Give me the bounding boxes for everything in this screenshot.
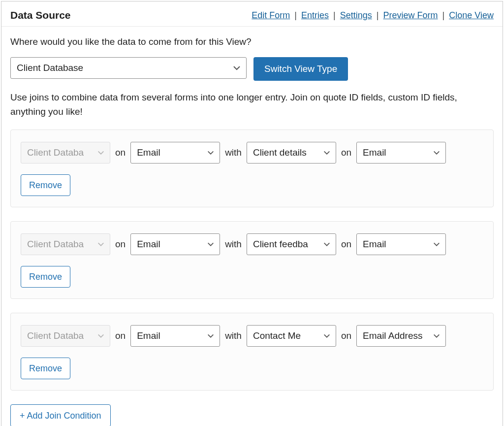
join-right-form-select[interactable]: Contact Me bbox=[247, 325, 336, 347]
chevron-down-icon bbox=[323, 149, 331, 157]
chevron-down-icon bbox=[323, 332, 331, 340]
edit-form-link[interactable]: Edit Form bbox=[252, 10, 290, 20]
separator: | bbox=[377, 10, 379, 20]
chevron-down-icon bbox=[433, 240, 441, 248]
chevron-down-icon bbox=[97, 332, 105, 340]
join-condition-block: Client Databa on Email with Client detai… bbox=[10, 130, 494, 207]
chevron-down-icon bbox=[97, 240, 105, 248]
join-left-field-select[interactable]: Email bbox=[130, 325, 220, 347]
join-left-form-select: Client Databa bbox=[21, 233, 110, 255]
data-source-select[interactable]: Client Database bbox=[10, 57, 247, 79]
join-condition-row: Client Databa on Email with Client detai… bbox=[21, 142, 483, 164]
add-join-condition-button[interactable]: + Add Join Condition bbox=[10, 404, 111, 426]
join-right-field-select[interactable]: Email bbox=[356, 142, 446, 164]
data-source-row: Client Database Switch View Type bbox=[10, 57, 494, 81]
chevron-down-icon bbox=[207, 149, 215, 157]
join-right-form-select[interactable]: Client details bbox=[247, 142, 336, 164]
on-label: on bbox=[115, 147, 126, 158]
join-right-field-select[interactable]: Email Address bbox=[356, 325, 446, 347]
chevron-down-icon bbox=[232, 64, 241, 72]
on-label: on bbox=[341, 147, 351, 158]
with-label: with bbox=[225, 147, 242, 158]
panel-header: Data Source Edit Form | Entries | Settin… bbox=[1, 1, 503, 27]
with-label: with bbox=[225, 239, 242, 250]
join-condition-block: Client Databa on Email with Client feedb… bbox=[10, 221, 494, 299]
join-condition-row: Client Databa on Email with Client feedb… bbox=[21, 233, 483, 255]
panel-title: Data Source bbox=[10, 9, 71, 21]
chevron-down-icon bbox=[433, 332, 441, 340]
remove-join-button[interactable]: Remove bbox=[21, 266, 70, 288]
separator: | bbox=[333, 10, 336, 20]
chevron-down-icon bbox=[207, 332, 215, 340]
remove-join-button[interactable]: Remove bbox=[21, 174, 70, 196]
separator: | bbox=[294, 10, 297, 20]
join-right-field-select[interactable]: Email bbox=[356, 233, 446, 255]
settings-link[interactable]: Settings bbox=[340, 10, 372, 20]
join-right-form-select[interactable]: Client feedba bbox=[247, 233, 336, 255]
chevron-down-icon bbox=[97, 149, 105, 157]
on-label: on bbox=[115, 239, 126, 250]
preview-form-link[interactable]: Preview Form bbox=[383, 10, 438, 20]
with-label: with bbox=[225, 330, 242, 341]
join-condition-block: Client Databa on Email with Contact Me bbox=[10, 313, 494, 391]
panel-body: Where would you like the data to come fr… bbox=[1, 27, 503, 426]
entries-link[interactable]: Entries bbox=[301, 10, 329, 20]
remove-join-button[interactable]: Remove bbox=[21, 358, 70, 379]
switch-view-type-button[interactable]: Switch View Type bbox=[253, 57, 348, 81]
on-label: on bbox=[341, 330, 351, 341]
on-label: on bbox=[341, 239, 351, 250]
join-condition-row: Client Databa on Email with Contact Me bbox=[21, 325, 483, 347]
data-source-prompt: Where would you like the data to come fr… bbox=[10, 36, 494, 47]
join-left-form-select: Client Databa bbox=[21, 142, 110, 164]
joins-help-text: Use joins to combine data from several f… bbox=[10, 91, 494, 119]
join-left-form-select: Client Databa bbox=[21, 325, 110, 347]
clone-view-link[interactable]: Clone View bbox=[449, 10, 494, 20]
chevron-down-icon bbox=[323, 240, 331, 248]
chevron-down-icon bbox=[207, 240, 215, 248]
join-left-field-select[interactable]: Email bbox=[130, 233, 220, 255]
join-left-field-select[interactable]: Email bbox=[130, 142, 220, 164]
on-label: on bbox=[115, 330, 126, 341]
header-action-links: Edit Form | Entries | Settings | Preview… bbox=[252, 10, 494, 21]
separator: | bbox=[442, 10, 445, 20]
data-source-panel: Data Source Edit Form | Entries | Settin… bbox=[1, 1, 503, 426]
chevron-down-icon bbox=[433, 149, 441, 157]
